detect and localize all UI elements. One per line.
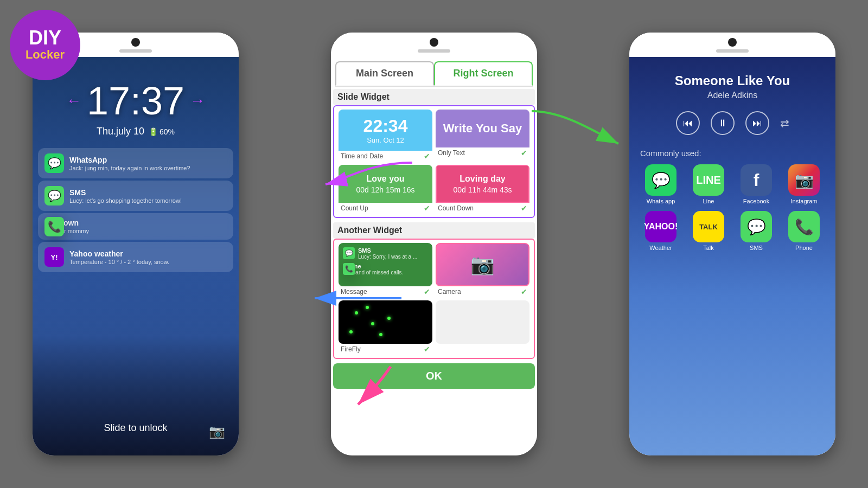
- count-up-label: Count Up: [341, 204, 368, 212]
- speaker-right: [716, 49, 749, 53]
- empty-widget-card[interactable]: [436, 300, 529, 355]
- app-weather[interactable]: YAHOO! Weather: [640, 211, 681, 251]
- music-artist: Adele Adkins: [675, 91, 790, 100]
- instagram-app-label: Instagram: [791, 198, 818, 204]
- notif-sms-body: Lucy: let's go shopping together tomorro…: [69, 197, 227, 204]
- app-talk[interactable]: TALK Talk: [688, 211, 729, 251]
- camera-label: Camera: [438, 288, 461, 296]
- arrow-left-icon: ←: [66, 92, 81, 110]
- battery-percent: 60%: [159, 127, 175, 136]
- sms-app-label: SMS: [750, 245, 763, 251]
- weather-app-icon: YAHOO!: [645, 211, 676, 242]
- app-whatsapp[interactable]: 💬 Whats app: [640, 164, 681, 204]
- lock-screen: ← 17:37 → Thu.july 10 🔋 60% 💬 WhatsApp J…: [33, 57, 239, 455]
- phone-app-label: Phone: [795, 245, 813, 251]
- count-down-widget[interactable]: Loving day 00d 11h 44m 43s Count Down ✔: [436, 165, 529, 214]
- firefly-dot-2: [371, 322, 374, 325]
- music-title: Someone Like You: [675, 73, 790, 88]
- shuffle-button[interactable]: ⇄: [780, 117, 789, 130]
- weather-app-label: Weather: [649, 245, 672, 251]
- app-line[interactable]: LINE Line: [688, 164, 729, 204]
- pause-button[interactable]: ⏸: [711, 111, 735, 135]
- commonly-used-label: Commonly used:: [629, 149, 701, 158]
- app-instagram[interactable]: 📷 Instagram: [783, 164, 825, 204]
- music-info: Someone Like You Adele Adkins: [675, 73, 790, 100]
- speaker-center: [418, 49, 450, 53]
- notif-phone: 📞 Unknown My dear mommy: [38, 213, 233, 240]
- music-controls: ⏮ ⏸ ⏭ ⇄: [676, 111, 789, 135]
- widget-date-value: Sun. Oct 12: [367, 136, 404, 144]
- app-phone[interactable]: 📞 Phone: [783, 211, 825, 251]
- only-text-widget[interactable]: Write You Say Only Text ✔: [436, 110, 529, 162]
- msg-sms-icon: 💬: [343, 247, 355, 259]
- camera-dot-center: [430, 38, 438, 47]
- sms-icon: 💬: [44, 186, 64, 206]
- blue-arrow-annotation: [304, 282, 412, 317]
- phone-right: Someone Like You Adele Adkins ⏮ ⏸ ⏭ ⇄ Co…: [629, 33, 835, 455]
- msg-phone: 📞 Phone Husband of missed calls.: [343, 263, 428, 275]
- notif-phone-body: My dear mommy: [44, 228, 227, 234]
- only-text-label: Only Text: [438, 149, 465, 157]
- right-screen-content: Someone Like You Adele Adkins ⏮ ⏸ ⏭ ⇄ Co…: [629, 57, 835, 455]
- tab-right-screen[interactable]: Right Screen: [434, 61, 533, 86]
- phone-top-right: [629, 33, 835, 57]
- time-text: 17:37: [87, 79, 184, 123]
- msg-sms: 💬 SMS Lucy: Sorry, I was at a ...: [343, 247, 428, 260]
- instagram-app-icon: 📷: [788, 164, 820, 196]
- firefly-label: FireFly: [341, 345, 361, 353]
- msg-sms-body: Lucy: Sorry, I was at a ...: [358, 254, 428, 260]
- camera-widget-card[interactable]: 📷 Camera ✔: [436, 243, 529, 297]
- sms-app-icon: 💬: [741, 211, 772, 242]
- notif-yahoo: Y! Yahoo weather Temperature - 10 ° / - …: [38, 242, 233, 272]
- notif-whatsapp-body: Jack: jung min, today again in work over…: [69, 165, 227, 171]
- write-you-say-text: Write You Say: [443, 121, 522, 136]
- firefly-dot-3: [349, 330, 353, 333]
- firefly-dot-4: [387, 317, 391, 320]
- count-down-label: Count Down: [438, 204, 474, 212]
- count-down-title: Loving day: [459, 174, 505, 184]
- speaker-left: [119, 49, 152, 53]
- notif-whatsapp-title: WhatsApp: [69, 156, 227, 164]
- app-sms[interactable]: 💬 SMS: [736, 211, 777, 251]
- tab-main-screen[interactable]: Main Screen: [335, 61, 434, 86]
- notifications-list: 💬 WhatsApp Jack: jung min, today again i…: [38, 148, 233, 272]
- facebook-app-label: Facebook: [743, 198, 769, 204]
- msg-phone-body: Husband of missed calls.: [343, 269, 428, 275]
- notif-yahoo-title: Yahoo weather: [69, 249, 227, 258]
- phone-icon: 📞: [44, 217, 64, 236]
- rewind-button[interactable]: ⏮: [676, 111, 700, 135]
- msg-sms-title: SMS: [358, 247, 428, 254]
- lock-time-display: ← 17:37 →: [66, 79, 205, 123]
- camera-dot-right: [728, 38, 737, 47]
- phone-left: ← 17:37 → Thu.july 10 🔋 60% 💬 WhatsApp J…: [33, 33, 239, 455]
- app-facebook[interactable]: f Facebook: [736, 164, 777, 204]
- firefly-check: ✔: [424, 345, 430, 354]
- count-down-check: ✔: [521, 204, 527, 213]
- message-check: ✔: [424, 287, 430, 296]
- lock-date-display: Thu.july 10 🔋 60%: [97, 126, 175, 137]
- diy-locker-badge: DIY Locker: [10, 10, 80, 80]
- firefly-dot-5: [379, 333, 382, 336]
- notif-phone-title: Unknown: [44, 219, 227, 227]
- notif-sms: 💬 SMS Lucy: let's go shopping together t…: [38, 181, 233, 211]
- battery-icon: 🔋 60%: [149, 127, 175, 136]
- camera-button-lock[interactable]: 📷: [209, 424, 225, 439]
- count-down-time: 00d 11h 44m 43s: [453, 185, 512, 194]
- msg-phone-icon: 📞: [343, 263, 355, 275]
- phone-app-icon: 📞: [788, 211, 820, 242]
- whatsapp-app-icon: 💬: [645, 164, 676, 196]
- green-arrow-annotation: [521, 100, 629, 157]
- whatsapp-app-label: Whats app: [647, 198, 675, 204]
- fast-forward-button[interactable]: ⏭: [745, 111, 769, 135]
- diy-label: DIY: [29, 28, 61, 48]
- locker-label: Locker: [25, 48, 65, 62]
- arrow-right-icon: →: [190, 92, 205, 110]
- phones-container: ← 17:37 → Thu.july 10 🔋 60% 💬 WhatsApp J…: [0, 0, 868, 488]
- whatsapp-icon: 💬: [44, 153, 64, 173]
- yahoo-icon: Y!: [44, 247, 64, 267]
- widget-time-value: 22:34: [363, 116, 408, 136]
- talk-app-label: Talk: [703, 245, 714, 251]
- facebook-app-icon: f: [741, 164, 772, 196]
- slide-widget-section: Slide Widget: [333, 89, 535, 105]
- notif-whatsapp: 💬 WhatsApp Jack: jung min, today again i…: [38, 148, 233, 178]
